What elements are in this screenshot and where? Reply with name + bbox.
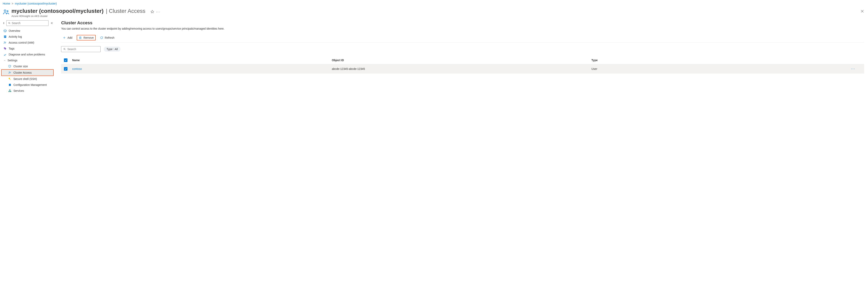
sidebar-item-overview[interactable]: Overview (2, 28, 54, 34)
more-commands-icon[interactable]: ··· (156, 10, 160, 13)
nav-label: Secure shell (SSH) (13, 77, 37, 81)
svg-point-16 (5, 42, 6, 42)
search-icon (8, 22, 11, 25)
section-description: You can control access to the cluster en… (61, 27, 864, 30)
sidebar-item-config[interactable]: Configuration Management (2, 82, 54, 88)
svg-rect-13 (4, 36, 6, 37)
sidebar-item-cluster-access[interactable]: Cluster Access (1, 69, 54, 76)
button-label: Remove (84, 36, 94, 39)
sidebar-item-services[interactable]: Services (2, 88, 54, 94)
breadcrumb-home[interactable]: Home (3, 2, 10, 5)
svg-point-15 (4, 41, 5, 42)
page-title-resource: mycluster (contosopool/mycluster) (11, 8, 103, 14)
nav-label: Cluster size (13, 65, 28, 68)
section-title: Cluster Access (61, 20, 864, 26)
close-icon[interactable] (861, 9, 864, 13)
svg-rect-26 (9, 84, 11, 86)
access-table: Name Object ID Type contoso abcde-12345-… (61, 56, 864, 73)
nav-label: Settings (7, 59, 18, 62)
cluster-size-icon (8, 65, 11, 68)
filter-value: All (115, 48, 118, 51)
table-header: Name Object ID Type (61, 56, 864, 64)
table-search-input[interactable] (67, 48, 98, 51)
page-header: mycluster (contosopool/mycluster) | Clus… (0, 6, 868, 20)
type-filter-pill[interactable]: Type : All (104, 47, 121, 52)
collapse-sidebar-icon[interactable] (50, 22, 54, 25)
svg-rect-14 (4, 37, 5, 37)
row-type: User (591, 67, 851, 70)
page-title-section: | Cluster Access (106, 8, 145, 14)
svg-point-22 (9, 71, 10, 72)
svg-point-23 (10, 72, 11, 72)
col-name[interactable]: Name (72, 59, 332, 62)
col-object-id[interactable]: Object ID (332, 59, 591, 62)
sidebar-section-settings[interactable]: Settings (2, 57, 54, 63)
breadcrumb-separator: > (12, 2, 13, 5)
refresh-button[interactable]: Refresh (98, 35, 116, 40)
svg-line-6 (10, 23, 10, 24)
nav-label: Tags (9, 47, 14, 50)
table-row[interactable]: contoso abcde-12345-abcde-12345 User ··· (61, 64, 864, 73)
sidebar: Overview Activity log Access control (IA… (0, 20, 55, 98)
favorite-star-icon[interactable] (151, 10, 154, 13)
nav-label: Access control (IAM) (9, 41, 34, 44)
remove-button[interactable]: Remove (77, 35, 96, 40)
sidebar-item-activity-log[interactable]: Activity log (2, 34, 54, 40)
chevron-down-icon (4, 59, 6, 62)
sidebar-item-cluster-size[interactable]: Cluster size (2, 63, 54, 69)
sidebar-item-iam[interactable]: Access control (IAM) (2, 40, 54, 46)
toolbar: Add Remove Refresh (61, 34, 864, 42)
tags-icon (4, 47, 7, 50)
button-label: Refresh (105, 36, 115, 39)
filter-bar: Type : All (61, 46, 864, 52)
table-search[interactable] (61, 46, 101, 52)
nav-label: Configuration Management (13, 83, 47, 86)
search-icon (63, 48, 66, 51)
row-object-id: abcde-12345-abcde-12345 (332, 67, 591, 70)
nav-label: Diagnose and solve problems (9, 53, 45, 56)
select-all-checkbox[interactable] (64, 58, 67, 62)
breadcrumb-cluster[interactable]: mycluster (contosopool/mycluster) (15, 2, 57, 5)
svg-line-40 (65, 49, 65, 50)
svg-rect-28 (10, 91, 11, 92)
svg-point-24 (9, 78, 10, 79)
nav-label: Overview (9, 29, 20, 32)
cluster-access-resource-icon (3, 9, 9, 16)
refresh-icon (100, 36, 103, 39)
svg-rect-34 (80, 37, 81, 39)
filter-label: Type : (106, 48, 114, 51)
sidebar-search-input[interactable] (12, 22, 47, 25)
sidebar-search[interactable] (6, 20, 49, 26)
sidebar-item-ssh[interactable]: Secure shell (SSH) (2, 76, 54, 82)
row-name-link[interactable]: contoso (72, 67, 332, 70)
svg-point-1 (7, 11, 8, 12)
svg-rect-25 (9, 79, 11, 80)
svg-rect-27 (9, 91, 9, 92)
svg-rect-12 (4, 36, 6, 36)
svg-rect-29 (9, 90, 10, 90)
ssh-key-icon (8, 77, 11, 81)
nav-label: Cluster Access (13, 71, 32, 74)
sort-toggle-icon[interactable] (2, 22, 5, 25)
iam-icon (4, 41, 7, 44)
services-icon (8, 89, 11, 92)
svg-point-39 (64, 48, 65, 50)
svg-point-17 (4, 48, 5, 48)
breadcrumb: Home > mycluster (contosopool/mycluster) (0, 0, 868, 6)
activity-log-icon (4, 35, 7, 38)
svg-line-9 (5, 30, 6, 31)
main-content: Cluster Access You can control access to… (55, 20, 868, 98)
button-label: Add (67, 36, 72, 39)
overview-icon (4, 29, 7, 32)
sidebar-item-tags[interactable]: Tags (2, 46, 54, 52)
diagnose-icon (4, 53, 7, 56)
row-checkbox[interactable] (64, 67, 67, 71)
config-icon (8, 83, 11, 86)
add-button[interactable]: Add (61, 35, 74, 40)
sidebar-item-diagnose[interactable]: Diagnose and solve problems (2, 52, 54, 57)
row-more-icon[interactable]: ··· (851, 67, 863, 71)
col-type[interactable]: Type (591, 59, 851, 62)
trash-icon (79, 36, 82, 39)
svg-marker-2 (151, 10, 154, 13)
svg-point-5 (8, 22, 10, 24)
